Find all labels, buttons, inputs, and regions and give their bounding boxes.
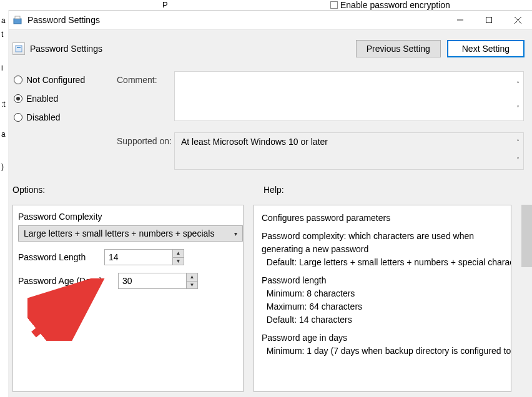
chevron-down-icon[interactable]: ▼	[187, 282, 197, 289]
bg-fragment-checkbox-label: Enable password encryption	[340, 0, 450, 10]
app-icon	[12, 15, 22, 25]
radio-label: Disabled	[26, 112, 60, 122]
spinner-buttons[interactable]: ▲ ▼	[187, 273, 198, 289]
svg-rect-0	[14, 19, 21, 24]
help-line: Configures password parameters	[262, 212, 503, 225]
radio-label: Not Configured	[26, 75, 85, 85]
minimize-button[interactable]	[446, 11, 475, 29]
help-line: Minimum: 8 characters	[262, 288, 355, 298]
bg-fragment-checkbox: Enable password encryption	[330, 0, 450, 10]
titlebar: Password Settings	[9, 11, 532, 30]
password-age-input[interactable]	[118, 273, 187, 289]
help-line: Default: 14 characters	[262, 315, 352, 325]
window-title: Password Settings	[27, 15, 446, 25]
password-complexity-dropdown[interactable]: Large letters + small letters + numbers …	[18, 225, 243, 242]
password-length-label: Password Length	[18, 252, 98, 262]
header-title: Password Settings	[30, 44, 356, 54]
svg-rect-6	[16, 46, 22, 52]
help-scrollbar[interactable]	[521, 205, 532, 392]
supported-scroll: ˄ ˅	[512, 133, 523, 169]
dropdown-value: Large letters + small letters + numbers …	[24, 228, 214, 238]
option-password-age: Password Age (Days) ▲ ▼	[18, 273, 238, 289]
chevron-down-icon[interactable]: ▼	[173, 258, 184, 265]
checkbox-icon	[330, 1, 338, 9]
svg-rect-1	[15, 16, 20, 19]
close-button[interactable]	[503, 11, 532, 29]
header-row: Password Settings Previous Setting Next …	[12, 36, 525, 65]
help-line: Password age in days	[262, 333, 347, 343]
supported-on-value: At least Microsoft Windows 10 or later	[181, 137, 328, 147]
chevron-down-icon: ˅	[512, 151, 523, 169]
password-age-spinner[interactable]: ▲ ▼	[118, 273, 198, 289]
radio-enabled[interactable]: Enabled	[14, 94, 85, 104]
nav-buttons: Previous Setting Next Setting	[356, 40, 525, 57]
radio-icon	[14, 76, 22, 84]
password-age-label: Password Age (Days)	[18, 276, 112, 286]
scrollbar-thumb[interactable]	[521, 205, 532, 267]
comment-textarea[interactable]: ˄ ˅	[174, 71, 524, 121]
radio-icon	[14, 113, 22, 122]
dialog-window: Password Settings Password Settings Prev…	[9, 10, 532, 397]
supported-on-label: Supported on:	[117, 136, 172, 146]
comment-scroll[interactable]: ˄ ˅	[512, 72, 523, 120]
comment-label: Comment:	[117, 75, 157, 85]
spinner-buttons[interactable]: ▲ ▼	[173, 249, 184, 265]
chevron-down-icon[interactable]: ˅	[512, 96, 523, 120]
chevron-up-icon[interactable]: ▲	[187, 273, 197, 282]
help-line: Password complexity: which characters ar…	[262, 231, 474, 254]
maximize-button[interactable]	[475, 11, 503, 29]
svg-rect-7	[17, 47, 21, 48]
password-length-spinner[interactable]: ▲ ▼	[104, 249, 184, 265]
chevron-up-icon[interactable]: ▲	[173, 250, 184, 258]
policy-icon	[12, 42, 25, 55]
next-setting-button[interactable]: Next Setting	[447, 40, 525, 57]
radio-icon	[14, 94, 22, 103]
password-length-input[interactable]	[104, 249, 173, 265]
svg-rect-3	[486, 17, 492, 23]
help-section-label: Help:	[264, 185, 284, 195]
chevron-up-icon: ˄	[512, 133, 523, 151]
help-line: Default: Large letters + small letters +…	[262, 257, 511, 267]
state-radio-group: Not Configured Enabled Disabled	[14, 75, 85, 122]
radio-not-configured[interactable]: Not Configured	[14, 75, 85, 85]
help-line: Maximum: 64 characters	[262, 301, 362, 311]
options-panel: Password Complexity Large letters + smal…	[12, 205, 244, 392]
chevron-down-icon: ▾	[234, 230, 237, 237]
option-password-length: Password Length ▲ ▼	[18, 249, 238, 265]
radio-label: Enabled	[26, 94, 58, 104]
window-controls	[446, 11, 532, 29]
supported-on-box: At least Microsoft Windows 10 or later ˄…	[174, 132, 524, 170]
background-strip: P Enable password encryption	[0, 0, 532, 10]
option-password-complexity: Password Complexity Large letters + smal…	[18, 212, 238, 242]
help-panel: Configures password parameters Password …	[254, 205, 511, 392]
bg-fragment-link: P	[162, 0, 168, 9]
previous-setting-button[interactable]: Previous Setting	[356, 40, 441, 57]
help-line: Minimum: 1 day (7 days when backup direc…	[262, 346, 511, 356]
options-section-label: Options:	[12, 185, 45, 195]
background-left-gutter: a t i :t a )	[0, 10, 9, 397]
radio-disabled[interactable]: Disabled	[14, 112, 85, 122]
password-complexity-label: Password Complexity	[18, 212, 238, 222]
help-line: Password length	[262, 275, 327, 285]
dialog-content: Password Settings Previous Setting Next …	[9, 30, 532, 397]
chevron-up-icon[interactable]: ˄	[512, 72, 523, 96]
